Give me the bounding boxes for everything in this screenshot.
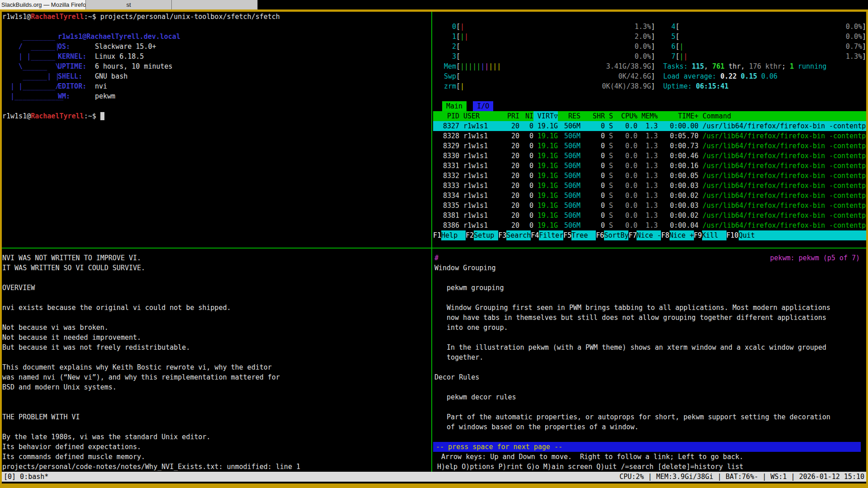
htop-fkey-button[interactable]: F4Filter bbox=[531, 230, 563, 240]
tmux-pane-border-horizontal[interactable] bbox=[2, 248, 866, 249]
htop-fkey-button[interactable]: F6SortBy bbox=[596, 230, 628, 240]
titlebar-tab[interactable]: st bbox=[86, 0, 172, 9]
editor-line: Its behavior defined expectations. bbox=[2, 442, 429, 452]
tmux-pane-shell[interactable]: r1w1s1@RachaelTyrell:~$ projects/persona… bbox=[2, 12, 429, 238]
titlebar-tab[interactable]: SlackBuilds.org — Mozilla Firefox bbox=[0, 0, 86, 9]
sfetch-ascii-art: | |______ bbox=[2, 52, 58, 61]
meter-bars bbox=[679, 32, 846, 42]
tmux-pane-border-vertical[interactable] bbox=[431, 12, 432, 472]
editor-line: But because it was not freely redistribu… bbox=[2, 343, 429, 352]
meter-label: 5 bbox=[663, 32, 675, 42]
lynx-link[interactable]: pekwm grouping bbox=[447, 283, 504, 293]
htop-tasks-line: Tasks: 115, 761 thr, 176 kthr; 1 running bbox=[663, 61, 866, 71]
htop-meter-row: 0[1.3%] bbox=[444, 22, 655, 32]
htop-table-header[interactable]: PIDUSERPRINIVIRT▽RESSHRSCPU%MEM%TIME+Com… bbox=[433, 111, 866, 121]
editor-line: OVERVIEW bbox=[2, 283, 429, 293]
sfetch-info-label: EDITOR: bbox=[58, 81, 95, 91]
meter-value: 0.0% bbox=[635, 42, 651, 52]
htop-fkey-button[interactable]: F10Quit bbox=[726, 230, 763, 240]
htop-tab-main[interactable]: Main bbox=[442, 101, 467, 111]
lynx-help-line: H)elp O)ptions P)rint G)o M)ain screen Q… bbox=[437, 462, 743, 472]
meter-bar-tick bbox=[497, 62, 501, 70]
htop-meter-row: 1[2.0%] bbox=[444, 32, 655, 42]
meter-value: 1.3% bbox=[635, 22, 651, 32]
meter-bars bbox=[679, 22, 846, 32]
editor-line bbox=[2, 293, 429, 303]
editor-line: Its commands defined muscle memory. bbox=[2, 452, 429, 462]
meter-bar-tick bbox=[464, 62, 468, 70]
htop-fkey-button[interactable]: F1Help bbox=[433, 230, 466, 240]
process-row[interactable]: 8328r1w1s120019.1G506M0S0.01.30:05.70/us… bbox=[433, 131, 866, 141]
lynx-paragraph-line: Part of the automatic properties, or aut… bbox=[447, 412, 830, 422]
htop-fkey-button[interactable]: F9Kill bbox=[694, 230, 726, 240]
editor-line bbox=[2, 313, 429, 323]
meter-bar-tick bbox=[472, 62, 476, 70]
editor-line: By the late 1980s, vi was the standard U… bbox=[2, 432, 429, 442]
meter-bars bbox=[460, 22, 635, 32]
meter-value: 3.41G/38.9G bbox=[606, 61, 651, 71]
process-row[interactable]: 8332r1w1s120019.1G506M0S0.01.30:00.05/us… bbox=[433, 171, 866, 181]
tmux-pane-lynx[interactable]: # pekwm: pekwm (p5 of 7) Window Grouping… bbox=[433, 252, 866, 472]
htop-meter-row: 6[0.7%] bbox=[663, 42, 866, 52]
editor-line bbox=[2, 392, 429, 402]
sfetch-ascii-art: ______| | bbox=[2, 71, 58, 81]
htop-meter-row: 3[0.0%] bbox=[444, 52, 655, 61]
sfetch-info-row: ______| | SHELL: GNU bash bbox=[2, 71, 429, 81]
htop-fkey-button[interactable]: F3Search bbox=[498, 230, 531, 240]
process-row[interactable]: 8386r1w1s120019.1G506M0S0.01.30:00.04/us… bbox=[433, 221, 866, 230]
lynx-prompt-bar: -- press space for next page -- bbox=[433, 442, 861, 452]
process-row[interactable]: 8381r1w1s120019.1G506M0S0.01.30:00.02/us… bbox=[433, 211, 866, 221]
process-row[interactable]: 8335r1w1s120019.1G506M0S0.01.30:00.03/us… bbox=[433, 201, 866, 211]
meter-bar-tick bbox=[460, 23, 464, 31]
sfetch-info-label: UPTIME: bbox=[58, 61, 95, 71]
editor-line: was named nvi (“New vi”), and why this r… bbox=[2, 372, 429, 382]
sfetch-info-label: OS: bbox=[58, 42, 95, 52]
meter-bars bbox=[460, 52, 635, 61]
lynx-heading: Window Grouping bbox=[434, 263, 495, 273]
meter-bar-tick bbox=[679, 42, 684, 51]
meter-value: 0K/42.6G bbox=[618, 71, 651, 81]
sfetch-info-value: 6 hours, 10 minutes bbox=[95, 61, 173, 71]
htop-fkey-button[interactable]: F2Setup bbox=[466, 230, 498, 240]
meter-bars bbox=[460, 71, 618, 81]
lynx-paragraph-line: now have tabs in themselves but still do… bbox=[447, 313, 830, 323]
sfetch-info-value: Slackware 15.0+ bbox=[95, 42, 156, 52]
tmux-session-window[interactable]: [0] 0:bash* bbox=[4, 472, 48, 482]
process-row[interactable]: 8331r1w1s120019.1G506M0S0.01.30:00.16/us… bbox=[433, 161, 866, 171]
sfetch-ascii-art: |____________ bbox=[2, 91, 58, 101]
tmux-pane-htop[interactable]: 0[1.3%] 1[2.0%] 2[0.0%] 3[0.0%] Mem[3.41… bbox=[433, 12, 866, 240]
lynx-paragraph-line: In the illustration pekwm (with a PWM th… bbox=[447, 343, 826, 352]
sfetch-info-value: Linux 6.18.5 bbox=[95, 52, 144, 61]
process-row[interactable]: 8330r1w1s120019.1G506M0S0.01.30:00.46/us… bbox=[433, 151, 866, 161]
htop-tab-io[interactable]: I/O bbox=[473, 101, 493, 111]
shell-prompt-line: r1w1s1@RachaelTyrell:~$ projects/persona… bbox=[2, 12, 429, 22]
meter-label: 0 bbox=[444, 22, 456, 32]
tmux-status-bar: [0] 0:bash* CPU:2% | MEM:3.9Gi/38Gi | BA… bbox=[2, 472, 866, 482]
editor-line: BSD and modern Unix systems. bbox=[2, 382, 429, 392]
lynx-heading: Decor Rules bbox=[434, 372, 479, 382]
sfetch-ascii-art: \______ \ bbox=[2, 61, 58, 71]
titlebar-tab[interactable] bbox=[172, 0, 258, 9]
lynx-link[interactable]: pekwm decor rules bbox=[447, 392, 516, 402]
htop-meter-row: Swp[0K/42.6G] bbox=[444, 71, 655, 81]
tmux-pane-editor[interactable]: NVI WAS NOT WRITTEN TO IMPROVE VI.IT WAS… bbox=[2, 252, 429, 473]
meter-value: 0.0% bbox=[635, 52, 651, 61]
process-row[interactable]: 8334r1w1s120019.1G506M0S0.01.30:00.02/us… bbox=[433, 191, 866, 201]
htop-fkey-button[interactable]: F7Nice - bbox=[628, 230, 661, 240]
editor-line bbox=[2, 273, 429, 283]
editor-line bbox=[2, 422, 429, 432]
sort-direction-icon: ▽ bbox=[554, 112, 558, 120]
prompt-host: RachaelTyrell bbox=[31, 13, 84, 21]
meter-value: 0.7% bbox=[846, 42, 862, 52]
sfetch-ascii-art: ________ bbox=[2, 32, 58, 42]
sfetch-info-row: | |________/ EDITOR: nvi bbox=[2, 81, 429, 91]
htop-fkey-button[interactable]: F5Tree bbox=[563, 230, 596, 240]
htop-fkey-button[interactable]: F8Nice + bbox=[661, 230, 693, 240]
htop-meter-row: 5[0.0%] bbox=[663, 32, 866, 42]
sort-column-header: VIRT▽ bbox=[533, 111, 558, 121]
process-row[interactable]: 8333r1w1s120019.1G506M0S0.01.30:00.03/us… bbox=[433, 181, 866, 191]
sfetch-ascii-art: | |________/ bbox=[2, 81, 58, 91]
process-row[interactable]: 8327r1w1s120019.1G506M0S0.01.30:00.00/us… bbox=[433, 121, 866, 131]
sfetch-ascii-art: / ______| bbox=[2, 42, 58, 52]
process-row[interactable]: 8329r1w1s120019.1G506M0S0.01.30:00.73/us… bbox=[433, 141, 866, 151]
